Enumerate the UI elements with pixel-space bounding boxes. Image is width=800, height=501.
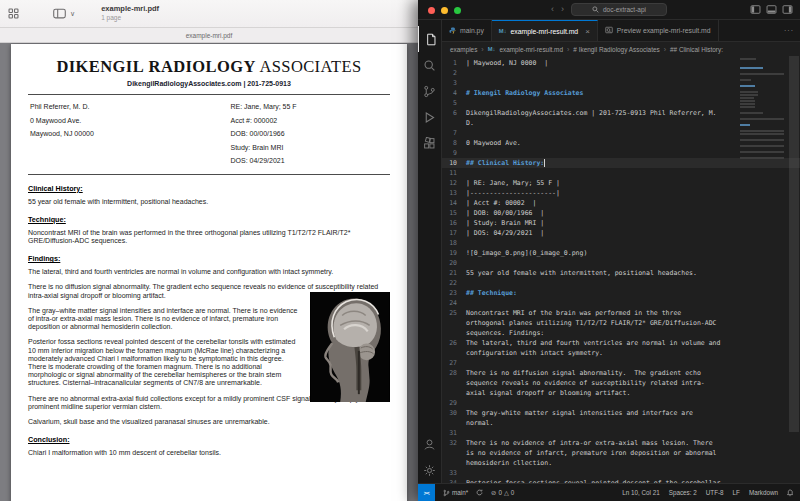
code-text: ![0_image_0.png](0_image_0.png) [466,248,722,258]
scrollbar-thumb[interactable] [789,56,799,432]
gallery-view-icon[interactable] [8,8,19,19]
minimap-line [740,157,784,159]
search-icon[interactable] [418,52,442,78]
editor-line[interactable]: 26The lateral, third and fourth ventricl… [442,338,800,358]
code-text [466,468,722,478]
editor-line[interactable]: 29 [442,398,800,408]
chevron-down-icon[interactable]: ∨ [70,10,75,18]
breadcrumb-heading-2[interactable]: ## Clinical History: [670,46,723,53]
minimap-line [740,58,756,60]
indentation[interactable]: Spaces: 2 [669,489,697,496]
line-number: 1 [442,58,466,68]
sidebar-toggle-icon[interactable] [53,8,66,19]
minimap-line [740,112,763,114]
code-text: The gray-white matter signal intensities… [466,408,722,428]
minimap-line [740,118,784,120]
referrer-address: Phil Referrer, M. D. 0 Maywood Ave. Mayw… [30,100,230,168]
eol-sequence[interactable]: LF [733,489,740,496]
tab-main-py[interactable]: main.py [442,20,492,41]
breadcrumbs: examples › M↓ example-mri-result.md › # … [442,42,800,56]
language-mode[interactable]: Markdown [749,489,778,496]
warning-count: 0 [511,489,515,496]
editor-line[interactable]: 25Noncontrast MRI of the brain was perfo… [442,308,800,338]
line-number: 18 [442,238,466,248]
toggle-secondary-sidebar-icon[interactable] [782,4,793,15]
zoom-window-button[interactable] [454,7,461,14]
breadcrumb-heading-1[interactable]: # Ikengil Radiology Associates [573,46,659,53]
referrer-name: Phil Referrer, M. D. [30,100,230,114]
pdf-viewport[interactable]: DIKENGIL RADIOLOGY ASSOCIATES DikengilRa… [0,43,418,501]
editor-line[interactable]: 22 [442,278,800,288]
git-branch-item[interactable]: main* [443,489,468,497]
code-text: ## Technique: [466,288,722,298]
editor-line[interactable]: 13|----------------------| [442,188,800,198]
encoding[interactable]: UTF-8 [706,489,724,496]
editor-line[interactable]: 12| RE: Jane, Mary; 55 F | [442,178,800,188]
editor-line[interactable]: 2155 year old female with intermittent, … [442,268,800,278]
breadcrumb-file[interactable]: example-mri-result.md [499,46,563,53]
letterhead-word-3: ASSOCIATES [259,57,361,76]
editor-line[interactable]: 24 [442,298,800,308]
technique-text: Noncontrast MRI of the brain was perform… [28,229,390,245]
editor-line[interactable]: 15| DOB: 00/00/1966 | [442,208,800,218]
toggle-sidebar-icon[interactable] [750,4,761,15]
editor-line[interactable]: 34Posterior fossa sections reveal pointe… [442,478,800,483]
editor-line[interactable]: 32There is no evidence of intra-or extra… [442,438,800,468]
code-text: There is no diffusion signal abnormality… [466,368,722,398]
findings-body: The lateral, third and fourth ventricles… [28,268,390,426]
editor-line[interactable]: 11 [442,168,800,178]
editor-line[interactable]: 30The gray-white matter signal intensiti… [442,408,800,428]
minimize-window-button[interactable] [441,7,448,14]
run-debug-icon[interactable] [418,104,442,130]
account-icon[interactable] [418,431,442,457]
toggle-panel-icon[interactable] [766,4,777,15]
editor-line[interactable]: 14| Acct #: 00002 | [442,198,800,208]
source-control-icon[interactable] [418,78,442,104]
findings-paragraph: Posterior fossa sections reveal pointed … [28,338,300,387]
more-actions-icon[interactable]: ··· [784,27,794,34]
problems-item[interactable]: ⊘ 0 △ 0 [491,489,514,496]
breadcrumb-separator-icon: › [481,46,483,53]
warning-icon: △ [504,489,509,496]
editor-line[interactable]: 16| Study: Brain MRI | [442,218,800,228]
line-number: 23 [442,288,466,298]
cursor-position[interactable]: Ln 10, Col 21 [622,489,659,496]
minimap[interactable] [740,58,786,160]
breadcrumb-separator-icon: › [567,46,569,53]
tab-example-mri-result-md[interactable]: M↓ example-mri-result.md × [492,20,598,41]
settings-gear-icon[interactable] [418,457,442,483]
notifications-bell-icon[interactable] [786,489,794,497]
extensions-icon[interactable] [418,130,442,156]
editor-scrollbar[interactable] [787,56,800,483]
editor-line[interactable]: 27 [442,358,800,368]
navigate-forward-icon[interactable]: › [561,5,564,14]
findings-paragraph: The gray–white matter signal intensities… [28,307,300,332]
code-text [466,358,722,368]
editor-line[interactable]: 20 [442,258,800,268]
navigate-back-icon[interactable]: ‹ [551,5,554,14]
editor-line[interactable]: 28There is no diffusion signal abnormali… [442,368,800,398]
command-center[interactable]: doc-extract-api [571,3,667,16]
tab-preview-example-mri-result-md[interactable]: Preview example-mri-result.md [598,20,719,41]
remote-indicator[interactable]: >< [418,484,435,501]
explorer-icon[interactable] [418,26,442,52]
preview-tab-bar: example-mri.pdf [0,28,418,43]
sync-icon[interactable] [476,489,483,496]
editor-line[interactable]: 17| DOS: 04/29/2021 | [442,228,800,238]
editor-line[interactable]: 33 [442,468,800,478]
code-text [466,68,722,78]
preview-document-tab[interactable]: example-mri.pdf [186,32,233,39]
breadcrumb-folder[interactable]: examples [450,46,477,53]
editor-line[interactable]: 31 [442,428,800,438]
editor-line[interactable]: 19![0_image_0.png](0_image_0.png) [442,248,800,258]
line-number: 34 [442,478,466,483]
editor[interactable]: 1| Maywood, NJ 0000 |234# Ikengil Radiol… [442,56,800,483]
editor-line[interactable]: 23## Technique: [442,288,800,298]
document-title: example-mri.pdf [101,5,159,14]
editor-line[interactable]: 18 [442,238,800,248]
close-tab-icon[interactable]: × [585,27,590,36]
git-branch-icon [443,489,450,497]
findings-paragraph: The lateral, third and fourth ventricles… [28,268,390,276]
close-window-button[interactable] [428,7,435,14]
letterhead-word-2: RADIOLOGY [149,57,256,76]
